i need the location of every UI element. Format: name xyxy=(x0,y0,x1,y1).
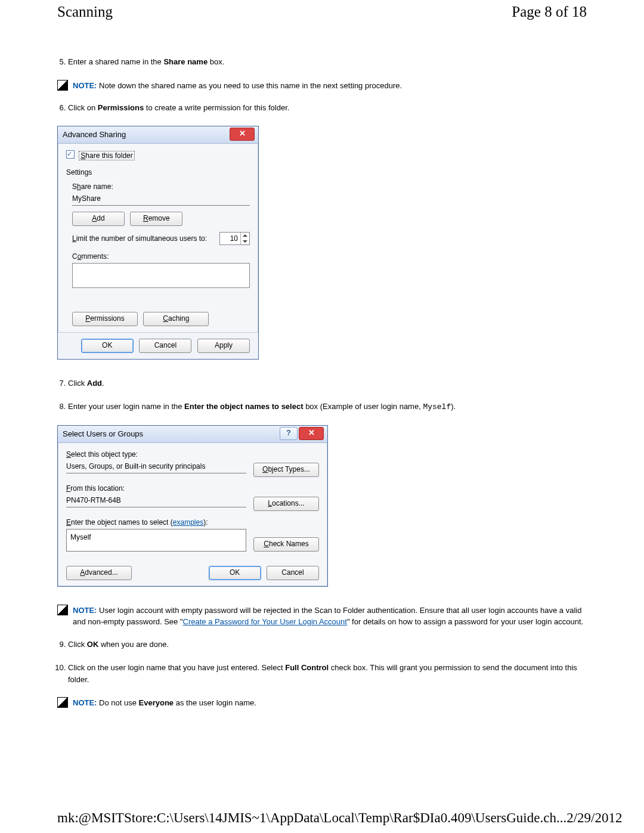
ok-button[interactable]: OK xyxy=(81,339,134,353)
object-types-button[interactable]: Object Types...Object Types... xyxy=(253,463,319,477)
settings-group-label: Settings xyxy=(66,167,250,178)
share-folder-checkbox[interactable] xyxy=(66,150,75,159)
select-users-dialog: Select Users or Groups ? ✕ Select this o… xyxy=(57,425,328,587)
note-2: NOTE: User login account with empty pass… xyxy=(57,605,587,628)
share-name-input[interactable]: MyShare xyxy=(72,192,250,206)
advanced-button[interactable]: Advanced...Advanced... xyxy=(66,566,132,580)
examples-link[interactable]: examples xyxy=(173,518,203,527)
dialog-title: Advanced Sharing xyxy=(58,126,258,144)
limit-users-label: Limit the number of simultaneous users t… xyxy=(72,233,219,244)
check-names-button[interactable]: Check NamesCheck Names xyxy=(253,537,319,552)
location-label: From this location:From this location: xyxy=(66,483,246,494)
note-icon xyxy=(57,80,68,91)
permissions-button[interactable]: PermissionsPermissions xyxy=(72,312,138,326)
step-6: Click on Permissions to create a write p… xyxy=(68,102,587,114)
caching-button[interactable]: CachingCaching xyxy=(143,312,209,326)
share-name-label: Share name:Share name: xyxy=(72,181,250,192)
object-type-value: Users, Groups, or Built-in security prin… xyxy=(66,460,246,473)
step-7: Click Add. xyxy=(68,377,587,389)
object-type-label: Select this object type:Select this obje… xyxy=(66,449,246,460)
object-names-input[interactable]: Myself xyxy=(66,529,246,552)
location-value: PN470-RTM-64B xyxy=(66,494,246,507)
note-3: NOTE: Do not use Everyone as the user lo… xyxy=(57,697,587,709)
step-5: Enter a shared name in the Share name bo… xyxy=(68,56,587,68)
close-icon[interactable]: ✕ xyxy=(230,128,255,141)
page-indicator: Page 8 of 18 xyxy=(512,4,587,20)
remove-button[interactable]: RemoveRemove xyxy=(130,212,182,226)
comments-label: Comments:Comments: xyxy=(72,251,250,262)
apply-button[interactable]: Apply xyxy=(197,339,250,353)
advanced-sharing-dialog: Advanced Sharing ✕ SShare this folderhar… xyxy=(57,126,259,360)
create-password-link[interactable]: Create a Password for Your User Login Ac… xyxy=(183,617,347,626)
page-title: Scanning xyxy=(57,4,113,20)
footer-date: 2/29/2012 xyxy=(566,810,622,826)
ok-button[interactable]: OK xyxy=(209,566,261,580)
share-folder-label: SShare this folderhare this folder xyxy=(79,151,134,160)
add-button[interactable]: AddAdd xyxy=(72,212,125,226)
step-10: Click on the user login name that you ha… xyxy=(68,662,587,685)
locations-button[interactable]: Locations...Locations... xyxy=(253,497,319,511)
comments-input[interactable] xyxy=(72,263,250,288)
note-1: NOTE: Note down the shared name as you n… xyxy=(57,80,587,92)
cancel-button[interactable]: Cancel xyxy=(139,339,191,353)
step-9: Click OK when you are done. xyxy=(68,639,587,651)
note-icon xyxy=(57,697,68,708)
note-icon xyxy=(57,605,68,615)
close-icon[interactable]: ✕ xyxy=(299,427,324,440)
limit-users-stepper[interactable]: 10 xyxy=(219,232,250,245)
object-names-label: Enter the object names to select (exampl… xyxy=(66,517,246,528)
cancel-button[interactable]: Cancel xyxy=(267,566,319,580)
footer-path: mk:@MSITStore:C:\Users\14JMIS~1\AppData\… xyxy=(57,810,566,826)
step-8: Enter your user login name in the Enter … xyxy=(68,401,587,413)
help-icon[interactable]: ? xyxy=(280,427,298,440)
